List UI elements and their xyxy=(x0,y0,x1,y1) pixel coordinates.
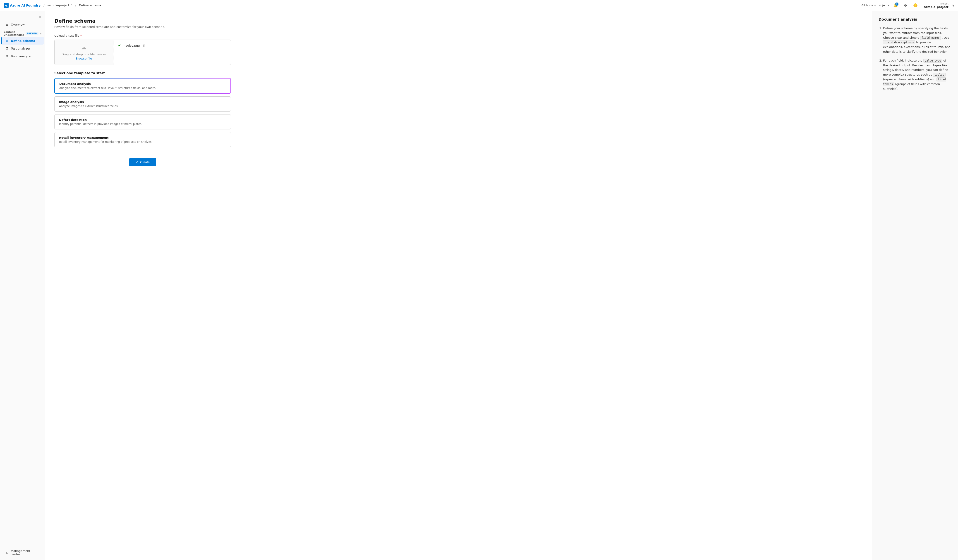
sidebar-collapse-area: ⊟ xyxy=(0,13,45,21)
info-panel-steps: Define your schema by specifying the fie… xyxy=(879,26,952,91)
upload-area: ☁ Drag and drop one file here or Browse … xyxy=(54,40,231,65)
app-body: ⊟ ⌂ Overview Content Understanding PREVI… xyxy=(0,11,958,560)
uploaded-file-name: invoice.png xyxy=(123,44,140,47)
sidebar: ⊟ ⌂ Overview Content Understanding PREVI… xyxy=(0,11,45,560)
info-panel-title: Document analysis xyxy=(879,17,952,22)
project-dropdown-icon[interactable]: ∨ xyxy=(952,4,954,7)
info-step-2-text-mid2: (repeated items with subfields) and xyxy=(883,78,936,81)
sidebar-item-define-schema-label: Define schema xyxy=(11,39,35,43)
sidebar-section-label: Content Understanding xyxy=(4,30,24,36)
project-label: Project xyxy=(940,2,948,5)
test-analyzer-icon: ⚗ xyxy=(5,46,9,51)
create-button-checkmark: ✓ xyxy=(136,160,138,164)
template-desc-image: Analyze images to extract structured fie… xyxy=(59,104,226,108)
topnav: Azure AI Foundry / sample-project ⌃ / De… xyxy=(0,0,958,11)
topnav-right: All hubs + projects 🔔 1 ⚙ 😊 Project samp… xyxy=(861,2,954,9)
sidebar-bottom: ⎋ Management center xyxy=(0,545,45,560)
create-button-label: Create xyxy=(140,160,150,164)
browse-file-link[interactable]: Browse file xyxy=(76,57,92,60)
upload-section-label: Upload a test file * xyxy=(54,34,863,37)
project-arrow-icon: ⌃ xyxy=(70,4,72,7)
main-content: Define schema Review fields from selecte… xyxy=(45,11,872,560)
info-step-2: For each field, indicate the value type … xyxy=(883,59,952,92)
project-name: sample-project xyxy=(47,4,69,7)
template-card-defect-detection[interactable]: Defect detection Identify potential defe… xyxy=(54,114,231,130)
upload-files-area: ✔ invoice.png 🗑 xyxy=(113,40,231,51)
create-button[interactable]: ✓ Create xyxy=(129,158,156,166)
page-subtitle: Review fields from selected template and… xyxy=(54,25,863,28)
info-panel: Document analysis Define your schema by … xyxy=(872,11,958,560)
template-title-document: Document analysis xyxy=(59,82,226,85)
upload-drag-text: Drag and drop one file here or xyxy=(62,52,106,56)
sidebar-item-overview-label: Overview xyxy=(11,23,25,26)
template-title-retail: Retail inventory management xyxy=(59,136,226,139)
preview-badge: PREVIEW xyxy=(26,32,38,35)
template-card-image-analysis[interactable]: Image analysis Analyze images to extract… xyxy=(54,96,231,112)
info-step-1-code2: field descriptions xyxy=(883,40,915,44)
management-icon: ⎋ xyxy=(5,551,9,555)
info-step-1-text-mid: . Use xyxy=(942,36,949,40)
azure-logo-icon xyxy=(4,3,9,8)
nav-separator-2: / xyxy=(75,3,76,8)
info-step-1-code1: field names xyxy=(920,36,941,40)
sidebar-item-management-label: Management center xyxy=(11,549,40,556)
create-button-wrap: ✓ Create xyxy=(54,158,231,166)
upload-dropzone[interactable]: ☁ Drag and drop one file here or Browse … xyxy=(55,40,113,65)
overview-icon: ⌂ xyxy=(5,22,9,27)
info-step-2-code2: tables xyxy=(933,73,945,77)
sidebar-item-define-schema[interactable]: ◈ Define schema xyxy=(2,37,44,44)
template-card-retail-inventory[interactable]: Retail inventory management Retail inven… xyxy=(54,132,231,147)
project-nav[interactable]: sample-project ⌃ xyxy=(47,4,72,7)
template-section-label: Select one template to start xyxy=(54,71,863,75)
settings-button[interactable]: ⚙ xyxy=(902,2,909,9)
upload-cloud-icon: ☁ xyxy=(81,44,87,51)
template-title-image: Image analysis xyxy=(59,100,226,104)
sidebar-item-test-analyzer-label: Test analyzer xyxy=(11,47,30,50)
sidebar-item-build-analyzer[interactable]: ⚙ Build analyzer xyxy=(2,52,44,60)
file-delete-icon[interactable]: 🗑 xyxy=(143,43,146,48)
info-step-2-code1: value type xyxy=(923,59,942,63)
required-star: * xyxy=(80,34,82,37)
file-check-icon: ✔ xyxy=(118,43,121,48)
sidebar-item-overview[interactable]: ⌂ Overview xyxy=(2,21,44,28)
project-display-name: sample-project xyxy=(923,5,948,9)
hubs-link[interactable]: All hubs + projects xyxy=(861,4,889,7)
template-title-defect: Defect detection xyxy=(59,118,226,122)
sidebar-item-management[interactable]: ⎋ Management center xyxy=(2,547,44,558)
notification-button[interactable]: 🔔 1 xyxy=(892,2,899,9)
template-desc-document: Analyze documents to extract text, layou… xyxy=(59,87,226,90)
sidebar-section-content: Content Understanding PREVIEW ∧ xyxy=(0,28,45,37)
project-info: Project sample-project xyxy=(923,2,948,9)
profile-button[interactable]: 😊 xyxy=(912,2,919,9)
azure-logo[interactable]: Azure AI Foundry xyxy=(4,3,41,8)
notification-badge: 1 xyxy=(895,3,898,6)
page-title: Define schema xyxy=(54,18,863,24)
section-collapse-icon[interactable]: ∧ xyxy=(40,32,42,35)
current-page-label: Define schema xyxy=(79,4,101,7)
sidebar-item-build-analyzer-label: Build analyzer xyxy=(11,55,32,58)
sidebar-collapse-button[interactable]: ⊟ xyxy=(38,14,42,19)
info-step-2-text-before: For each field, indicate the xyxy=(883,59,923,62)
template-list: Document analysis Analyze documents to e… xyxy=(54,78,231,147)
azure-logo-text: Azure AI Foundry xyxy=(10,4,41,7)
nav-separator-1: / xyxy=(43,3,44,8)
info-step-1: Define your schema by specifying the fie… xyxy=(883,26,952,54)
build-analyzer-icon: ⚙ xyxy=(5,54,9,58)
uploaded-file-item: ✔ invoice.png 🗑 xyxy=(118,43,226,48)
sidebar-item-test-analyzer[interactable]: ⚗ Test analyzer xyxy=(2,44,44,52)
template-desc-defect: Identify potential defects in provided i… xyxy=(59,122,226,126)
template-desc-retail: Retail inventory management for monitori… xyxy=(59,140,226,144)
define-schema-icon: ◈ xyxy=(5,39,9,43)
template-card-document-analysis[interactable]: Document analysis Analyze documents to e… xyxy=(54,78,231,94)
